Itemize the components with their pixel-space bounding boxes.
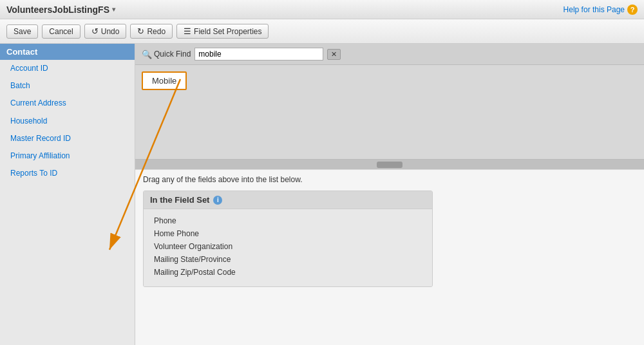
field-set-icon: ☰ [184, 26, 191, 36]
left-panel-item-account-id[interactable]: Account ID [0, 60, 135, 77]
mobile-field-label: Mobile [152, 76, 176, 86]
field-set-list: Phone Home Phone Volunteer Organization … [144, 209, 432, 286]
left-panel-item-master-record-id[interactable]: Master Record ID [0, 130, 135, 147]
field-set-header: In the Field Set i [144, 191, 432, 209]
mobile-field-result[interactable]: Mobile [142, 71, 187, 90]
field-set-properties-button[interactable]: ☰ Field Set Properties [176, 24, 269, 39]
right-side: 🔍 Quick Find ✕ Mobile Drag any of [135, 44, 644, 345]
main-content: Contact Account ID Batch Current Address… [0, 44, 644, 345]
help-link-text: Help for this Page [564, 5, 625, 14]
left-panel-item-batch[interactable]: Batch [0, 77, 135, 95]
help-link[interactable]: Help for this Page ? [564, 5, 638, 15]
field-set-info-icon[interactable]: i [213, 196, 222, 205]
field-set-header-label: In the Field Set [150, 195, 209, 205]
help-icon: ? [627, 5, 638, 15]
horizontal-scroll-bar[interactable] [135, 159, 644, 169]
quick-find-clear-button[interactable]: ✕ [327, 49, 341, 60]
redo-label: Redo [147, 27, 166, 36]
drag-instruction: Drag any of the fields above into the li… [143, 175, 636, 184]
left-panel-list: Account ID Batch Current Address Househo… [0, 60, 135, 345]
clear-icon: ✕ [331, 50, 337, 58]
save-button[interactable]: Save [6, 24, 38, 39]
field-set-item-volunteer-org[interactable]: Volunteer Organization [154, 240, 422, 253]
left-panel-item-reports-to-id[interactable]: Reports To ID [0, 165, 135, 182]
quick-find-label: 🔍 Quick Find [142, 50, 191, 59]
field-set-item-mailing-state[interactable]: Mailing State/Province [154, 253, 422, 266]
undo-icon: ↺ [91, 26, 99, 36]
field-set-props-label: Field Set Properties [194, 27, 261, 36]
header-bar: VolunteersJobListingFS ▾ Help for this P… [0, 0, 644, 19]
page-title: VolunteersJobListingFS ▾ [6, 5, 115, 15]
bottom-section: Drag any of the fields above into the li… [135, 169, 644, 292]
fields-area: Mobile [135, 65, 644, 159]
left-panel-item-household[interactable]: Household [0, 113, 135, 130]
field-set-item-home-phone[interactable]: Home Phone [154, 227, 422, 240]
quick-find-input[interactable] [194, 48, 323, 61]
field-set-panel: In the Field Set i Phone Home Phone Volu… [143, 191, 433, 287]
toolbar: Save Cancel ↺ Undo ↻ Redo ☰ Field Set Pr… [0, 19, 644, 44]
redo-button[interactable]: ↻ Redo [130, 24, 173, 39]
left-panel: Contact Account ID Batch Current Address… [0, 44, 135, 345]
undo-button[interactable]: ↺ Undo [84, 24, 127, 39]
scroll-handle[interactable] [377, 162, 402, 168]
title-text: VolunteersJobListingFS [6, 5, 109, 15]
cancel-button[interactable]: Cancel [42, 24, 80, 39]
quick-find-bar: 🔍 Quick Find ✕ [135, 44, 644, 65]
title-dropdown-icon[interactable]: ▾ [112, 6, 115, 13]
cancel-label: Cancel [49, 27, 73, 36]
upper-right: 🔍 Quick Find ✕ Mobile [135, 44, 644, 169]
field-set-item-mailing-zip[interactable]: Mailing Zip/Postal Code [154, 266, 422, 279]
left-panel-item-current-address[interactable]: Current Address [0, 95, 135, 112]
save-label: Save [14, 27, 31, 36]
search-icon: 🔍 [142, 50, 152, 59]
redo-icon: ↻ [137, 26, 144, 36]
field-set-item-phone[interactable]: Phone [154, 214, 422, 227]
undo-label: Undo [101, 27, 120, 36]
left-panel-header: Contact [0, 44, 135, 60]
left-panel-item-primary-affiliation[interactable]: Primary Affiliation [0, 147, 135, 165]
